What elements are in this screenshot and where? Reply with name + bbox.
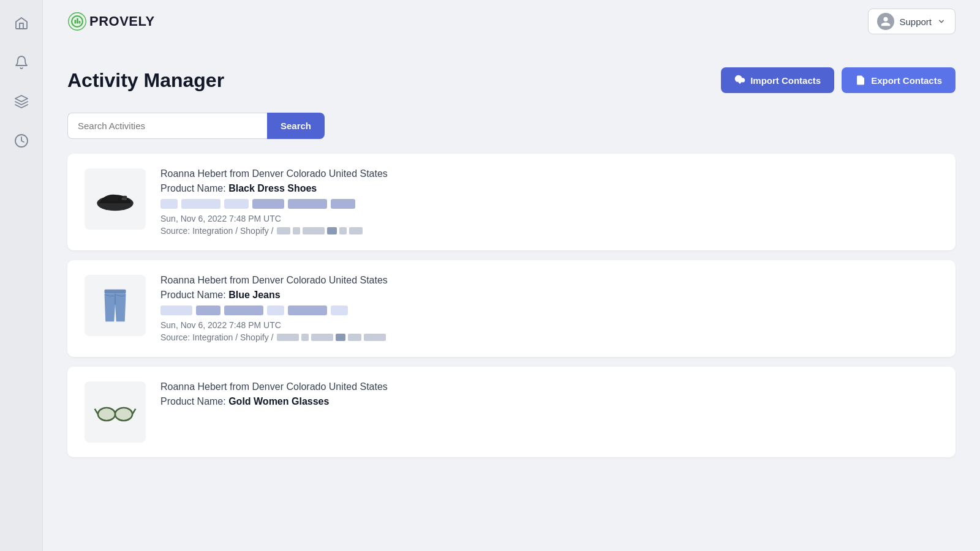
- tags: [160, 199, 938, 209]
- tag: [267, 305, 284, 315]
- sidebar-item-notifications[interactable]: [10, 51, 32, 73]
- stag: [348, 334, 361, 341]
- logo: PROVELY: [67, 12, 155, 31]
- main-content: Activity Manager Import Contacts Expo: [43, 43, 980, 551]
- source: Source: Integration / Shopify /: [160, 332, 938, 342]
- product-name: Product Name: Gold Women Glasses: [160, 396, 938, 407]
- logo-icon: [67, 12, 87, 31]
- svg-point-20: [99, 409, 115, 420]
- stag: [327, 227, 337, 234]
- activity-card: Roanna Hebert from Denver Colorado Unite…: [67, 367, 956, 457]
- sidebar-item-home[interactable]: [10, 12, 32, 34]
- tag: [181, 199, 221, 209]
- svg-point-10: [106, 195, 119, 201]
- stag: [293, 227, 300, 234]
- svg-rect-5: [77, 18, 78, 24]
- search-button[interactable]: Search: [267, 113, 325, 139]
- tag: [331, 305, 348, 315]
- tag: [252, 199, 284, 209]
- chevron-down-icon: [937, 17, 946, 26]
- export-icon: [855, 75, 866, 86]
- tag: [224, 305, 263, 315]
- tag: [288, 199, 327, 209]
- app-name: PROVELY: [89, 13, 155, 29]
- stag: [277, 334, 299, 341]
- stag: [277, 227, 290, 234]
- product-name: Product Name: Blue Jeans: [160, 290, 938, 301]
- svg-rect-12: [123, 196, 127, 198]
- user-icon: [880, 16, 891, 27]
- stag: [303, 227, 325, 234]
- timestamp: Sun, Nov 6, 2022 7:48 PM UTC: [160, 214, 938, 223]
- svg-point-21: [116, 409, 132, 420]
- user-name: Support: [899, 17, 932, 27]
- page-header: Activity Manager Import Contacts Expo: [67, 67, 956, 93]
- product-image: [85, 275, 146, 336]
- activity-list: Roanna Hebert from Denver Colorado Unite…: [67, 154, 956, 457]
- tag: [331, 199, 355, 209]
- source: Source: Integration / Shopify /: [160, 226, 938, 236]
- svg-rect-4: [75, 20, 77, 23]
- contact-name: Roanna Hebert from Denver Colorado Unite…: [160, 381, 938, 392]
- activity-info: Roanna Hebert from Denver Colorado Unite…: [160, 168, 938, 236]
- header-buttons: Import Contacts Export Contacts: [721, 67, 956, 93]
- contact-name: Roanna Hebert from Denver Colorado Unite…: [160, 168, 938, 179]
- activity-card: Roanna Hebert from Denver Colorado Unite…: [67, 154, 956, 250]
- sidebar-item-history[interactable]: [10, 130, 32, 152]
- contact-name: Roanna Hebert from Denver Colorado Unite…: [160, 275, 938, 286]
- sidebar-item-layers[interactable]: [10, 91, 32, 113]
- stag: [339, 227, 347, 234]
- sidebar: [0, 0, 43, 551]
- product-image: [85, 168, 146, 230]
- tag: [288, 305, 327, 315]
- search-bar: Search: [67, 113, 325, 139]
- export-contacts-button[interactable]: Export Contacts: [842, 67, 956, 93]
- svg-marker-0: [15, 96, 28, 102]
- glasses-image: [94, 391, 137, 433]
- activity-card: Roanna Hebert from Denver Colorado Unite…: [67, 260, 956, 357]
- user-menu[interactable]: Support: [868, 9, 956, 34]
- import-contacts-button[interactable]: Import Contacts: [721, 67, 834, 93]
- shoe-image: [94, 178, 137, 220]
- tag: [196, 305, 221, 315]
- tag: [160, 199, 178, 209]
- activity-info: Roanna Hebert from Denver Colorado Unite…: [160, 275, 938, 342]
- stag: [301, 334, 309, 341]
- product-name: Product Name: Black Dress Shoes: [160, 183, 938, 194]
- topbar: PROVELY Support: [43, 0, 980, 43]
- tags: [160, 305, 938, 315]
- svg-rect-6: [79, 21, 81, 23]
- import-icon: [734, 75, 745, 86]
- avatar: [877, 13, 894, 30]
- source-tags: [277, 334, 386, 341]
- activity-info: Roanna Hebert from Denver Colorado Unite…: [160, 381, 938, 412]
- stag: [349, 227, 363, 234]
- source-tags: [277, 227, 363, 234]
- svg-rect-13: [105, 290, 126, 294]
- stag: [364, 334, 386, 341]
- tag: [160, 305, 192, 315]
- timestamp: Sun, Nov 6, 2022 7:48 PM UTC: [160, 320, 938, 330]
- product-image: [85, 381, 146, 443]
- page-title: Activity Manager: [67, 69, 224, 92]
- stag: [336, 334, 345, 341]
- search-input[interactable]: [67, 113, 267, 139]
- jeans-image: [94, 284, 137, 327]
- tag: [224, 199, 249, 209]
- stag: [311, 334, 333, 341]
